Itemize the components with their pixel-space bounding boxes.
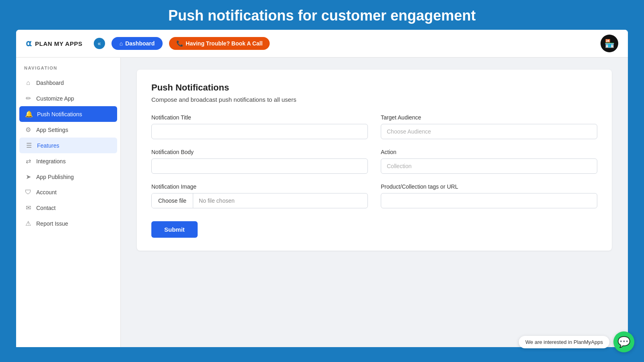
home-icon: ⌂ [120,40,123,47]
whatsapp-widget: We are interested in PlanMyApps 💬 [519,331,634,352]
warning-icon: ⚠ [24,220,32,227]
gear-icon: ⚙ [24,126,32,134]
logo-area: ⍺ PLAN MY APPS [26,38,83,49]
sidebar-label-features: Features [37,142,59,149]
main-wrapper: ⍺ PLAN MY APPS « ⌂ Dashboard 📞 Having Tr… [16,30,628,347]
form-row-3: Notification Image Choose file No file c… [151,183,597,208]
list-icon: ☰ [25,142,33,149]
sidebar-item-dashboard[interactable]: ⌂ Dashboard [16,75,120,90]
banner-title: Push notifications for customer engageme… [0,7,644,24]
notification-image-group: Notification Image Choose file No file c… [151,183,368,208]
form-title: Push Notifications [151,82,597,93]
notification-title-group: Notification Title [151,114,368,139]
sidebar-label-dashboard: Dashboard [36,80,64,86]
sidebar: NAVIGATION ⌂ Dashboard ✏ Customize App 🔔… [16,58,121,347]
notification-body-input[interactable] [151,158,368,174]
store-icon: 🏪 [605,39,615,48]
whatsapp-icon: 💬 [617,336,630,348]
nav-label: NAVIGATION [16,66,120,75]
phone-icon: 📞 [176,40,183,47]
form-row-1: Notification Title Target Audience [151,114,597,139]
sidebar-label-report-issue: Report Issue [36,220,68,227]
trouble-button[interactable]: 📞 Having Trouble? Book A Call [169,37,270,50]
bell-icon: 🔔 [25,110,33,118]
envelope-icon: ✉ [24,204,32,212]
file-name-display: No file chosen [193,193,367,208]
sidebar-item-contact[interactable]: ✉ Contact [16,200,120,216]
target-audience-label: Target Audience [381,114,597,121]
sidebar-item-account[interactable]: 🛡 Account [16,185,120,200]
notification-body-group: Notification Body [151,149,368,174]
sidebar-label-app-settings: App Settings [36,127,68,133]
top-banner: Push notifications for customer engageme… [0,0,644,30]
sidebar-item-customize-app[interactable]: ✏ Customize App [16,90,120,106]
notification-title-label: Notification Title [151,114,368,121]
action-label: Action [381,149,597,155]
target-audience-input[interactable] [381,124,597,139]
sidebar-item-report-issue[interactable]: ⚠ Report Issue [16,216,120,231]
sidebar-item-push-notifications[interactable]: 🔔 Push Notifications [19,106,117,122]
sidebar-label-integrations: Integrations [36,158,66,165]
pencil-icon: ✏ [24,95,32,102]
notification-title-input[interactable] [151,124,368,139]
form-row-2: Notification Body Action [151,149,597,174]
publish-icon: ➤ [24,173,32,181]
dashboard-button[interactable]: ⌂ Dashboard [111,37,163,50]
sidebar-item-features[interactable]: ☰ Features [19,138,117,153]
sidebar-item-integrations[interactable]: ⇄ Integrations [16,153,120,169]
sidebar-label-push-notifications: Push Notifications [37,111,82,117]
header-bar: ⍺ PLAN MY APPS « ⌂ Dashboard 📞 Having Tr… [16,30,628,58]
action-input[interactable] [381,158,597,174]
sidebar-label-account: Account [36,189,57,195]
sidebar-item-app-publishing[interactable]: ➤ App Publishing [16,169,120,185]
sidebar-label-contact: Contact [36,205,56,211]
shield-icon: 🛡 [24,189,32,196]
product-collection-group: Product/Collection tags or URL [381,183,597,208]
layout: NAVIGATION ⌂ Dashboard ✏ Customize App 🔔… [16,58,628,347]
integrations-icon: ⇄ [24,157,32,165]
notification-image-label: Notification Image [151,183,368,190]
file-input-wrapper: Choose file No file chosen [151,193,368,208]
whatsapp-button[interactable]: 💬 [613,331,634,352]
submit-button[interactable]: Submit [151,221,198,238]
home-nav-icon: ⌂ [24,79,32,86]
avatar[interactable]: 🏪 [601,35,618,52]
form-card: Push Notifications Compose and broadcast… [137,70,612,251]
product-collection-label: Product/Collection tags or URL [381,183,597,190]
action-group: Action [381,149,597,174]
choose-file-button[interactable]: Choose file [152,193,193,208]
collapse-button[interactable]: « [94,38,105,49]
sidebar-label-app-publishing: App Publishing [36,174,74,180]
sidebar-item-app-settings[interactable]: ⚙ App Settings [16,122,120,138]
notification-body-label: Notification Body [151,149,368,155]
whatsapp-label: We are interested in PlanMyApps [519,336,609,348]
logo-text: PLAN MY APPS [35,40,83,47]
logo-icon: ⍺ [26,38,32,49]
product-collection-input[interactable] [381,193,597,208]
sidebar-label-customize-app: Customize App [36,95,74,102]
main-content: Push Notifications Compose and broadcast… [121,58,628,347]
target-audience-group: Target Audience [381,114,597,139]
form-subtitle: Compose and broadcast push notifications… [151,96,597,103]
